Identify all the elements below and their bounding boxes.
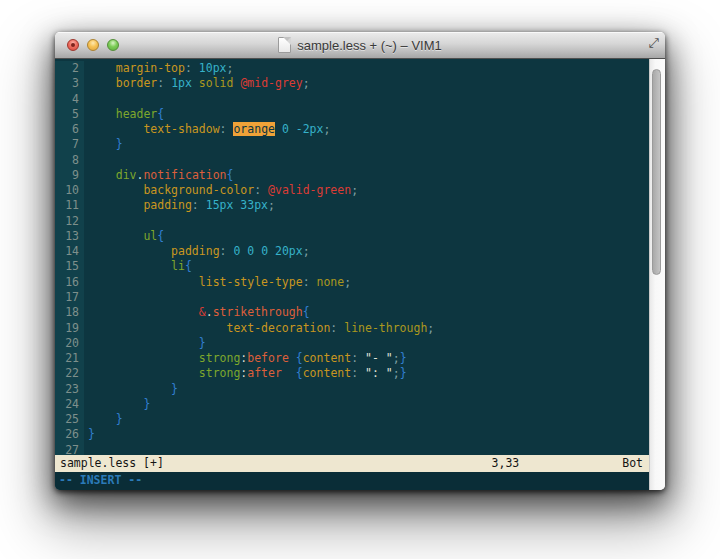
line-number: 26	[55, 427, 79, 442]
code-line[interactable]: list-style-type: none;	[88, 275, 649, 290]
code-token	[88, 183, 143, 197]
code-token	[358, 351, 365, 365]
code-token: text-decoration	[226, 321, 330, 335]
code-token: list-style-type	[199, 275, 303, 289]
line-number: 14	[55, 244, 79, 259]
code-line[interactable]: }	[88, 137, 649, 152]
code-token: :	[192, 198, 199, 212]
close-button[interactable]	[67, 39, 79, 51]
line-number: 10	[55, 183, 79, 198]
code-token: }	[88, 427, 95, 441]
code-line[interactable]: border: 1px solid @mid-grey;	[88, 76, 649, 91]
line-number: 2	[55, 61, 79, 76]
code-line[interactable]: text-decoration: line-through;	[88, 321, 649, 336]
zoom-button[interactable]	[107, 39, 119, 51]
code-line[interactable]	[88, 153, 649, 168]
line-number: 20	[55, 336, 79, 351]
code-line[interactable]: background-color: @valid-green;	[88, 183, 649, 198]
code-token	[88, 305, 199, 319]
vim-window: sample.less + (~) – VIM1 ⤢ 2345678910111…	[55, 32, 665, 490]
line-number: 24	[55, 397, 79, 412]
document-icon	[278, 37, 291, 53]
code-line[interactable]: header{	[88, 107, 649, 122]
line-number: 4	[55, 92, 79, 107]
line-number: 22	[55, 366, 79, 381]
code-token	[289, 351, 296, 365]
code-line[interactable]	[88, 214, 649, 229]
code-line[interactable]: li{	[88, 259, 649, 274]
window-titlebar[interactable]: sample.less + (~) – VIM1 ⤢	[55, 32, 665, 59]
code-token: ;	[303, 244, 310, 258]
line-number: 5	[55, 107, 79, 122]
code-token	[88, 76, 116, 90]
code-line[interactable]: }	[88, 427, 649, 442]
code-line[interactable]: text-shadow: orange 0 -2px;	[88, 122, 649, 137]
code-token	[88, 107, 116, 121]
code-line[interactable]	[88, 290, 649, 305]
code-token	[88, 61, 116, 75]
code-token	[88, 382, 171, 396]
code-token: :	[303, 275, 310, 289]
code-line[interactable]	[88, 443, 649, 455]
code-token: {	[157, 107, 164, 121]
scrollbar-track[interactable]	[649, 59, 665, 490]
line-number: 17	[55, 290, 79, 305]
code-line[interactable]: margin-top: 10px;	[88, 61, 649, 76]
code-token	[199, 198, 206, 212]
code-line[interactable]: padding: 15px 33px;	[88, 198, 649, 213]
code-token	[88, 244, 171, 258]
code-token: background-color	[143, 183, 254, 197]
code-area[interactable]: 2345678910111213141516171819202122232425…	[55, 59, 649, 455]
traffic-lights	[67, 32, 119, 58]
code-line[interactable]: ul{	[88, 229, 649, 244]
code-token	[192, 76, 199, 90]
line-number: 16	[55, 275, 79, 290]
code-token	[88, 366, 199, 380]
search-highlight: orange	[233, 122, 275, 136]
code-token: header	[116, 107, 158, 121]
line-number: 6	[55, 122, 79, 137]
code-token: {	[296, 366, 303, 380]
code-token: strong	[199, 351, 241, 365]
status-bar: sample.less [+] 3,33 Bot	[55, 455, 649, 472]
line-number: 19	[55, 321, 79, 336]
code-line[interactable]: }	[88, 382, 649, 397]
code-token: :	[185, 61, 192, 75]
code-token: div	[116, 168, 137, 182]
code-token: }	[116, 412, 123, 426]
status-ruler: 3,33	[492, 455, 520, 472]
code-line[interactable]: }	[88, 412, 649, 427]
code-token	[88, 351, 199, 365]
code-token: padding	[143, 198, 191, 212]
code-token: }	[171, 382, 178, 396]
code-token: 10px	[199, 61, 227, 75]
fullscreen-icon[interactable]: ⤢	[649, 36, 659, 49]
mode-indicator: -- INSERT --	[55, 473, 142, 487]
minimize-button[interactable]	[87, 39, 99, 51]
code-line[interactable]: strong:after {content: ": ";}	[88, 366, 649, 381]
code-token	[88, 397, 143, 411]
line-number: 13	[55, 229, 79, 244]
code-token: content	[303, 366, 351, 380]
code-line[interactable]	[88, 92, 649, 107]
code-token: }	[143, 397, 150, 411]
code-token: {	[157, 229, 164, 243]
code-token: ;	[393, 351, 400, 365]
code-token: padding	[171, 244, 219, 258]
code-line[interactable]: padding: 0 0 0 20px;	[88, 244, 649, 259]
code-token: ;	[344, 275, 351, 289]
code-line[interactable]: div.notification{	[88, 168, 649, 183]
code-line[interactable]: strong:before {content: "- ";}	[88, 351, 649, 366]
code-token: solid	[199, 76, 234, 90]
code-token: 15px 33px	[206, 198, 268, 212]
scrollbar-thumb[interactable]	[652, 69, 661, 275]
code-line[interactable]: }	[88, 397, 649, 412]
code-token	[88, 275, 199, 289]
command-line[interactable]: -- INSERT --	[55, 472, 649, 490]
line-number: 15	[55, 259, 79, 274]
code-token: line-through	[344, 321, 427, 335]
code-line[interactable]: &.strikethrough{	[88, 305, 649, 320]
code-line[interactable]: }	[88, 336, 649, 351]
code-token: &	[199, 305, 206, 319]
code-token: .	[206, 305, 213, 319]
